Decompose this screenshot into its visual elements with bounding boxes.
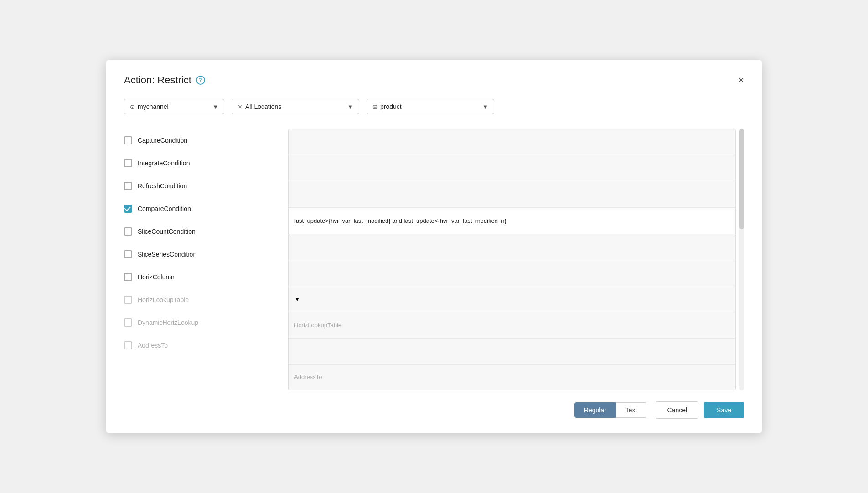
value-cell-horizlookuptable bbox=[289, 312, 735, 338]
field-row-refreshcondition: RefreshCondition bbox=[124, 175, 288, 197]
field-row-slicecountcondition: SliceCountCondition bbox=[124, 220, 288, 243]
values-col: ▼ bbox=[288, 129, 736, 390]
table-icon: ⊞ bbox=[372, 103, 377, 110]
mode-buttons: RegularText bbox=[574, 402, 647, 418]
checkbox-horizlookuptable bbox=[124, 296, 132, 304]
value-cell-horizcolumn[interactable]: ▼ bbox=[289, 286, 735, 312]
channel-chevron-icon: ▼ bbox=[212, 103, 218, 110]
mode-btn-regular[interactable]: Regular bbox=[574, 402, 616, 418]
value-input-addressto bbox=[289, 365, 735, 390]
table-label: product bbox=[380, 103, 402, 110]
field-row-capturecondition: CaptureCondition bbox=[124, 129, 288, 152]
value-dropdown-horizcolumn[interactable]: ▼ bbox=[289, 286, 735, 312]
field-label-comparecondition: CompareCondition bbox=[138, 205, 191, 212]
field-row-horizlookuptable: HorizLookupTable bbox=[124, 288, 288, 311]
dialog-title: Action: Restrict bbox=[124, 74, 191, 86]
scrollbar-thumb[interactable] bbox=[739, 129, 744, 229]
dialog-title-row: Action: Restrict ? bbox=[124, 74, 205, 86]
help-icon[interactable]: ? bbox=[196, 76, 205, 85]
field-label-addressto: AddressTo bbox=[138, 342, 168, 349]
value-input-comparecondition[interactable] bbox=[289, 208, 735, 234]
value-cell-comparecondition[interactable] bbox=[289, 208, 735, 234]
value-cell-addressto bbox=[289, 365, 735, 390]
value-input-integratecondition[interactable] bbox=[289, 155, 735, 181]
field-label-capturecondition: CaptureCondition bbox=[138, 137, 187, 144]
channel-label: mychannel bbox=[138, 103, 169, 110]
fields-col: CaptureConditionIntegrateConditionRefres… bbox=[124, 129, 288, 390]
dialog-header: Action: Restrict ? × bbox=[124, 74, 744, 86]
dropdowns-row: ⊙ mychannel ▼ ✳ All Locations ▼ ⊞ produc… bbox=[124, 99, 744, 114]
checkbox-comparecondition[interactable] bbox=[124, 205, 132, 213]
field-label-sliceseriescondition: SliceSeriesCondition bbox=[138, 251, 196, 258]
scrollbar-track[interactable] bbox=[739, 129, 744, 390]
field-label-horizlookuptable: HorizLookupTable bbox=[138, 296, 189, 303]
checkbox-integratecondition[interactable] bbox=[124, 159, 132, 167]
value-cell-refreshcondition[interactable] bbox=[289, 181, 735, 207]
value-cell-dynamichorizlookup bbox=[289, 339, 735, 365]
value-input-slicecountcondition[interactable] bbox=[289, 234, 735, 260]
value-input-capturecondition[interactable] bbox=[289, 129, 735, 155]
value-cell-integratecondition[interactable] bbox=[289, 155, 735, 181]
location-label: All Locations bbox=[245, 103, 281, 110]
checkbox-capturecondition[interactable] bbox=[124, 136, 132, 144]
value-cell-slicecountcondition[interactable] bbox=[289, 234, 735, 260]
dropdown-chevron-icon: ▼ bbox=[294, 295, 300, 303]
checkbox-addressto bbox=[124, 341, 132, 349]
field-row-sliceseriescondition: SliceSeriesCondition bbox=[124, 243, 288, 266]
table-chevron-icon: ▼ bbox=[482, 103, 488, 110]
close-icon[interactable]: × bbox=[738, 75, 744, 85]
field-label-slicecountcondition: SliceCountCondition bbox=[138, 228, 196, 235]
checkbox-slicecountcondition[interactable] bbox=[124, 227, 132, 236]
footer: RegularText Cancel Save bbox=[124, 401, 744, 419]
field-row-comparecondition: CompareCondition bbox=[124, 197, 288, 220]
field-label-refreshcondition: RefreshCondition bbox=[138, 182, 187, 190]
field-label-dynamichorizlookup: DynamicHorizLookup bbox=[138, 319, 198, 326]
value-input-horizlookuptable bbox=[289, 312, 735, 338]
action-restrict-dialog: Action: Restrict ? × ⊙ mychannel ▼ ✳ All… bbox=[106, 60, 762, 433]
value-input-refreshcondition[interactable] bbox=[289, 181, 735, 207]
field-label-horizcolumn: HorizColumn bbox=[138, 273, 175, 281]
cancel-button[interactable]: Cancel bbox=[656, 401, 698, 419]
checkbox-horizcolumn[interactable] bbox=[124, 273, 132, 281]
mode-btn-text[interactable]: Text bbox=[616, 402, 647, 418]
value-cell-capturecondition[interactable] bbox=[289, 129, 735, 155]
channel-icon: ⊙ bbox=[130, 103, 135, 110]
checkbox-dynamichorizlookup bbox=[124, 318, 132, 327]
field-row-addressto: AddressTo bbox=[124, 334, 288, 357]
location-chevron-icon: ▼ bbox=[347, 103, 353, 110]
value-cell-sliceseriescondition[interactable] bbox=[289, 260, 735, 286]
location-icon: ✳ bbox=[238, 103, 243, 110]
field-row-horizcolumn: HorizColumn bbox=[124, 266, 288, 288]
checkbox-refreshcondition[interactable] bbox=[124, 182, 132, 190]
location-dropdown[interactable]: ✳ All Locations ▼ bbox=[232, 99, 359, 114]
value-input-dynamichorizlookup bbox=[289, 339, 735, 364]
channel-dropdown[interactable]: ⊙ mychannel ▼ bbox=[124, 99, 224, 114]
content-area: CaptureConditionIntegrateConditionRefres… bbox=[124, 129, 744, 390]
checkbox-sliceseriescondition[interactable] bbox=[124, 250, 132, 258]
table-dropdown[interactable]: ⊞ product ▼ bbox=[367, 99, 494, 114]
value-input-sliceseriescondition[interactable] bbox=[289, 260, 735, 286]
field-row-dynamichorizlookup: DynamicHorizLookup bbox=[124, 311, 288, 334]
field-label-integratecondition: IntegrateCondition bbox=[138, 159, 190, 167]
save-button[interactable]: Save bbox=[704, 402, 744, 418]
field-row-integratecondition: IntegrateCondition bbox=[124, 152, 288, 175]
